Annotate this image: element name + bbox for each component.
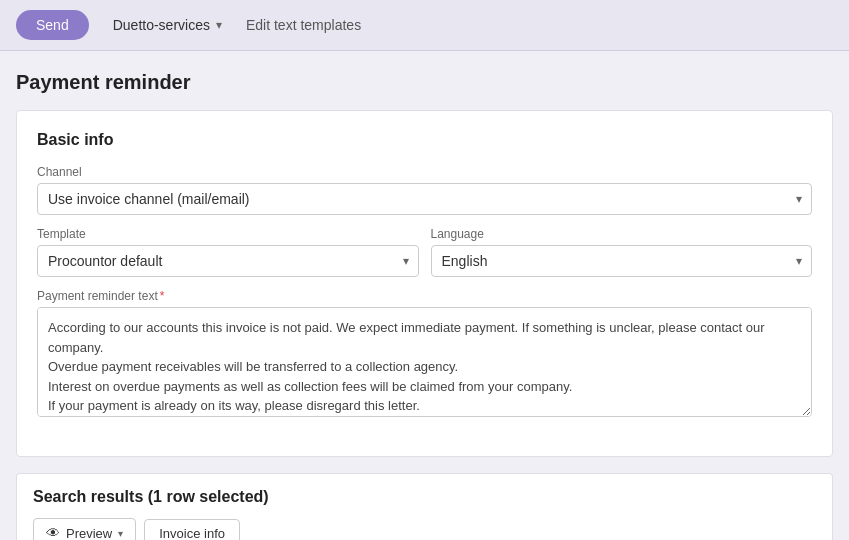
preview-button[interactable]: 👁 Preview ▾ [33,518,136,540]
services-dropdown[interactable]: Duetto-services ▾ [105,13,230,37]
channel-select[interactable]: Use invoice channel (mail/email) [37,183,812,215]
payment-text-area[interactable]: According to our accounts this invoice i… [37,307,812,417]
language-group: Language English ▾ [431,227,813,277]
basic-info-card: Basic info Channel Use invoice channel (… [16,110,833,457]
language-select-wrapper: English ▾ [431,245,813,277]
services-label: Duetto-services [113,17,210,33]
language-select[interactable]: English [431,245,813,277]
payment-text-group: Payment reminder text* According to our … [37,289,812,420]
channel-label: Channel [37,165,812,179]
top-bar: Send Duetto-services ▾ Edit text templat… [0,0,849,51]
main-content: Payment reminder Basic info Channel Use … [0,51,849,540]
page-title: Payment reminder [16,71,833,94]
results-toolbar: 👁 Preview ▾ Invoice info [33,518,816,540]
payment-text-label: Payment reminder text* [37,289,812,303]
language-label: Language [431,227,813,241]
template-language-row: Template Procountor default ▾ Language E… [37,227,812,289]
channel-select-wrapper: Use invoice channel (mail/email) ▾ [37,183,812,215]
template-select-wrapper: Procountor default ▾ [37,245,419,277]
required-indicator: * [160,289,165,303]
channel-group: Channel Use invoice channel (mail/email)… [37,165,812,215]
send-button[interactable]: Send [16,10,89,40]
invoice-info-button[interactable]: Invoice info [144,519,240,541]
preview-label: Preview [66,526,112,541]
search-results-title: Search results (1 row selected) [33,488,816,506]
template-select[interactable]: Procountor default [37,245,419,277]
edit-templates-link[interactable]: Edit text templates [246,17,361,33]
basic-info-title: Basic info [37,131,812,149]
search-results-section: Search results (1 row selected) 👁 Previe… [16,473,833,540]
search-results-header: Search results (1 row selected) 👁 Previe… [17,474,832,540]
template-group: Template Procountor default ▾ [37,227,419,277]
template-label: Template [37,227,419,241]
eye-icon: 👁 [46,525,60,540]
preview-chevron-icon: ▾ [118,528,123,539]
chevron-down-icon: ▾ [216,18,222,32]
